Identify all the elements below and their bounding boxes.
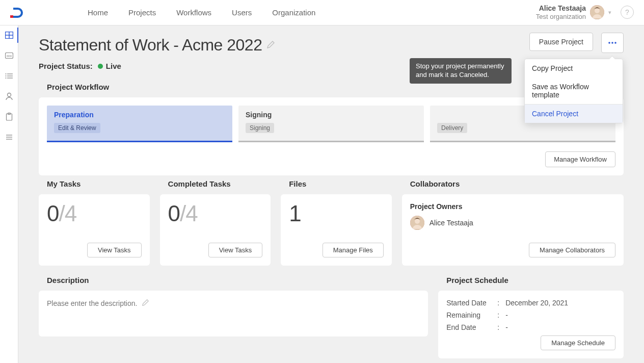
menu-cancel-project[interactable]: Cancel Project	[525, 104, 623, 123]
owner-row: Alice Testaaja	[410, 216, 615, 230]
sidebar-dashboard-icon[interactable]	[5, 31, 14, 40]
manage-collaborators-button[interactable]: Manage Collaborators	[529, 243, 615, 257]
workflow-tag: Signing	[246, 123, 274, 133]
svg-text:000: 000	[6, 55, 12, 58]
project-owners-heading: Project Owners	[410, 202, 615, 211]
sidebar-clipboard-icon[interactable]	[5, 112, 14, 121]
top-header: Home Projects Workflows Users Organizati…	[0, 0, 644, 25]
main-content: Statement of Work - Acme 2022 Pause Proj…	[18, 25, 644, 363]
nav-users[interactable]: Users	[232, 8, 252, 17]
menu-copy-project[interactable]: Copy Project	[525, 59, 623, 77]
menu-save-template[interactable]: Save as Workflow template	[525, 77, 623, 104]
svg-rect-0	[10, 15, 13, 18]
schedule-card: Started Date:December 20, 2021 Remaining…	[438, 291, 624, 358]
current-user-name: Alice Testaaja	[536, 4, 586, 13]
cancel-tooltip: Stop your project permanently and mark i…	[410, 58, 512, 84]
mytasks-card: 0/4 View Tasks	[39, 194, 150, 266]
status-label: Project Status:	[39, 62, 93, 70]
sidebar-user-icon[interactable]	[5, 92, 14, 101]
status-value: Live	[106, 62, 121, 70]
manage-schedule-button[interactable]: Manage Schedule	[541, 335, 615, 350]
mytasks-title: My Tasks	[47, 179, 150, 188]
svg-point-12	[5, 75, 6, 76]
svg-point-13	[5, 77, 6, 79]
files-card: 1 Manage Files	[281, 194, 392, 266]
workflow-stage-signing[interactable]: Signing Signing	[238, 106, 424, 142]
nav-projects[interactable]: Projects	[128, 8, 156, 17]
workflow-stage-preparation[interactable]: Preparation Edit & Review	[47, 106, 232, 142]
pause-project-button[interactable]: Pause Project	[529, 33, 593, 51]
edit-title-icon[interactable]	[267, 40, 275, 50]
schedule-title: Project Schedule	[446, 276, 624, 284]
completed-tasks-card: 0/4 View Tasks	[160, 194, 271, 266]
files-title: Files	[289, 179, 392, 188]
current-org-name: Test organization	[536, 13, 586, 21]
workflow-tag: Delivery	[437, 123, 467, 133]
sidebar-lines-icon[interactable]	[5, 133, 14, 142]
completed-tasks-title: Completed Tasks	[168, 179, 271, 188]
owner-name: Alice Testaaja	[430, 219, 473, 227]
left-sidebar: 000	[0, 25, 18, 363]
workflow-tag: Edit & Review	[54, 123, 100, 133]
page-title: Statement of Work - Acme 2022	[39, 36, 262, 55]
nav-organization[interactable]: Organization	[272, 8, 315, 17]
user-block[interactable]: Alice Testaaja Test organization ▾ ?	[536, 4, 634, 20]
owner-avatar	[410, 216, 424, 230]
description-placeholder: Please enter the description.	[47, 299, 137, 307]
status-dot-icon	[98, 64, 103, 69]
description-card: Please enter the description.	[39, 291, 428, 336]
top-nav: Home Projects Workflows Users Organizati…	[88, 8, 315, 17]
avatar[interactable]	[590, 5, 604, 19]
manage-files-button[interactable]: Manage Files	[323, 243, 384, 257]
help-button[interactable]: ?	[621, 6, 634, 19]
nav-workflows[interactable]: Workflows	[176, 8, 211, 17]
description-title: Description	[47, 276, 428, 284]
chevron-down-icon[interactable]: ▾	[608, 9, 611, 16]
svg-point-20	[608, 42, 610, 44]
view-my-tasks-button[interactable]: View Tasks	[87, 243, 142, 257]
collaborators-card: Project Owners Alice Testaaja Manage Col…	[402, 194, 624, 266]
edit-description-icon[interactable]	[142, 299, 149, 307]
more-actions-menu: Copy Project Save as Workflow template C…	[524, 59, 623, 123]
svg-point-21	[611, 42, 613, 44]
svg-point-2	[595, 8, 600, 13]
svg-point-22	[614, 42, 616, 44]
svg-point-24	[415, 219, 420, 224]
manage-workflow-button[interactable]: Manage Workflow	[545, 151, 615, 167]
svg-point-11	[5, 73, 6, 74]
collaborators-title: Collaborators	[410, 179, 624, 188]
more-actions-button[interactable]: Copy Project Save as Workflow template C…	[601, 33, 624, 53]
sidebar-list-icon[interactable]	[5, 71, 14, 81]
view-completed-tasks-button[interactable]: View Tasks	[208, 243, 263, 257]
logo[interactable]	[10, 6, 26, 19]
sidebar-counter-icon[interactable]: 000	[5, 51, 14, 60]
svg-point-14	[7, 93, 11, 97]
nav-home[interactable]: Home	[88, 8, 108, 17]
